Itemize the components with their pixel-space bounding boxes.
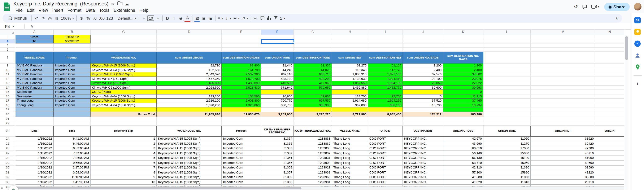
summary-cell[interactable]: Keycorp WH B-2 (1008 Sqm.) xyxy=(90,72,157,77)
cell[interactable] xyxy=(222,117,261,121)
column-header-D[interactable]: D xyxy=(157,30,222,35)
detail-cell[interactable]: 1283835 xyxy=(294,146,332,151)
summary-header-cell[interactable]: sum ORIGIN NET xyxy=(332,52,368,64)
detail-cell[interactable]: 42,910 xyxy=(443,165,484,170)
summary-cell[interactable]: 0 xyxy=(403,94,443,99)
cell[interactable] xyxy=(222,39,261,43)
summary-cell[interactable] xyxy=(222,90,261,94)
grand-total-cell[interactable]: 174,212 xyxy=(403,112,443,117)
row-header-22[interactable]: 22 xyxy=(0,121,15,126)
summary-cell[interactable]: 366,930 xyxy=(294,103,332,107)
row-header-26[interactable]: 26 xyxy=(0,146,15,151)
summary-cell[interactable]: 2,537,900 xyxy=(222,72,261,77)
cell[interactable] xyxy=(595,64,624,68)
summary-cell[interactable]: 26,800 xyxy=(261,94,294,99)
cell[interactable] xyxy=(484,64,531,68)
summary-cell[interactable]: 1,456,880 xyxy=(332,86,368,90)
summary-header-cell[interactable]: sum DESTINATION NO. BAGS xyxy=(443,52,484,64)
detail-cell[interactable]: CDO PORT xyxy=(368,146,403,151)
insert-chart-button[interactable] xyxy=(266,15,272,22)
get-add-ons-button[interactable]: + xyxy=(636,81,639,87)
cell[interactable] xyxy=(484,99,531,103)
cell[interactable] xyxy=(368,121,403,126)
cell[interactable] xyxy=(332,117,368,121)
detail-cell[interactable]: 2:17:00 PM xyxy=(54,165,90,170)
cell[interactable] xyxy=(595,52,624,64)
select-all-corner[interactable] xyxy=(0,30,15,35)
summary-cell[interactable]: 19,734 xyxy=(443,103,484,107)
row-header-7[interactable]: 7 xyxy=(0,52,15,64)
detail-cell[interactable]: KEYCORP INC. xyxy=(403,161,443,165)
summary-cell[interactable]: 1,320,260 xyxy=(157,103,222,107)
grand-total-cell[interactable]: 8,729,960 xyxy=(332,112,368,117)
detail-header-cell[interactable]: ICC WITHDRAWAL SLIP NO. xyxy=(294,126,332,136)
detail-cell[interactable]: 29710 xyxy=(531,180,595,185)
strikethrough-button[interactable]: S xyxy=(178,15,184,22)
detail-cell[interactable] xyxy=(595,156,624,161)
cell[interactable] xyxy=(595,77,624,81)
summary-cell[interactable] xyxy=(261,107,294,112)
selected-cell[interactable] xyxy=(261,39,294,44)
summary-cell[interactable]: 1,200 xyxy=(443,64,484,68)
print-button[interactable]: ⎙ xyxy=(46,15,53,22)
detail-cell[interactable] xyxy=(595,161,624,165)
detail-cell[interactable]: 1283839 xyxy=(294,141,332,146)
cell[interactable] xyxy=(531,39,595,43)
cell[interactable] xyxy=(157,43,222,48)
summary-cell[interactable]: 1,064,130 xyxy=(368,81,403,86)
summary-cell[interactable]: 418,530 xyxy=(261,81,294,86)
fill-color-button[interactable]: ▨ xyxy=(194,15,200,22)
summary-cell[interactable]: Imported Corn xyxy=(54,64,90,68)
format-currency-button[interactable]: $ xyxy=(78,15,85,22)
detail-header-cell[interactable]: VESSEL NAME xyxy=(332,126,368,136)
detail-cell[interactable]: 11270 xyxy=(484,141,531,146)
cell[interactable] xyxy=(531,107,595,112)
summary-cell[interactable]: Keycorp WH A-6A (1056 Sqm.) xyxy=(90,103,157,107)
summary-cell[interactable]: Imported Corn xyxy=(54,77,90,81)
summary-header-cell[interactable]: sum DESTINATION NET xyxy=(368,52,403,64)
column-header-K[interactable]: K xyxy=(443,30,484,35)
detail-cell[interactable]: 41000 xyxy=(531,156,595,161)
undo-button[interactable]: ↶ xyxy=(33,15,40,22)
detail-cell[interactable]: 15130 xyxy=(484,156,531,161)
grand-total-label[interactable]: Gross Total xyxy=(90,112,157,117)
cell[interactable] xyxy=(595,112,624,117)
detail-cell[interactable]: 60,010 xyxy=(443,146,484,151)
detail-cell[interactable]: 11310 xyxy=(484,180,531,185)
detail-cell[interactable]: 31352 xyxy=(261,151,294,156)
cell[interactable] xyxy=(484,39,531,43)
cell[interactable] xyxy=(403,43,443,48)
summary-cell[interactable] xyxy=(403,90,443,94)
detail-cell[interactable]: CDO PORT xyxy=(368,141,403,146)
detail-cell[interactable]: Keycorp WH A-15 (1008 Sqm) xyxy=(157,161,222,165)
summary-cell[interactable]: MV BMC Pandora xyxy=(16,86,54,90)
summary-cell[interactable] xyxy=(90,107,157,112)
summary-cell[interactable]: Imported Corn xyxy=(54,81,90,86)
summary-cell[interactable]: 37,582 xyxy=(443,72,484,77)
cell[interactable] xyxy=(484,107,531,112)
summary-cell[interactable]: MV BMC Pandora xyxy=(16,72,54,77)
detail-cell[interactable]: 31354 xyxy=(261,136,294,141)
cell[interactable] xyxy=(16,117,54,121)
summary-cell[interactable]: 162,580 xyxy=(157,68,222,72)
summary-cell[interactable]: Keycorp WH A-6A (1056 Sqm.) xyxy=(90,68,157,72)
detail-cell[interactable]: Keycorp WH A-15 (1008 Sqm) xyxy=(157,170,222,175)
cell[interactable] xyxy=(157,35,222,39)
detail-cell[interactable]: 56,140 xyxy=(443,151,484,156)
detail-cell[interactable]: 7:03:00 AM xyxy=(54,151,90,156)
column-header-C[interactable]: C xyxy=(90,30,157,35)
summary-header-cell[interactable]: sum ORIGIN NO. BAGS xyxy=(403,52,443,64)
cell[interactable] xyxy=(531,68,595,72)
detail-cell[interactable]: 31351 xyxy=(261,156,294,161)
row-header-21[interactable]: 21 xyxy=(0,117,15,121)
detail-cell[interactable]: Imported Corn xyxy=(222,180,261,185)
cell[interactable] xyxy=(90,35,157,39)
summary-cell[interactable]: 1,323,060 xyxy=(222,103,261,107)
menu-format[interactable]: Format xyxy=(66,7,84,12)
cell[interactable] xyxy=(484,81,531,86)
summary-cell[interactable]: Thang Long xyxy=(16,99,54,103)
cell[interactable] xyxy=(484,121,531,126)
detail-cell[interactable]: KEYCORP INC. xyxy=(403,136,443,141)
row-header-31[interactable]: 31 xyxy=(0,170,15,175)
paint-format-button[interactable]: ▥ xyxy=(53,15,60,22)
